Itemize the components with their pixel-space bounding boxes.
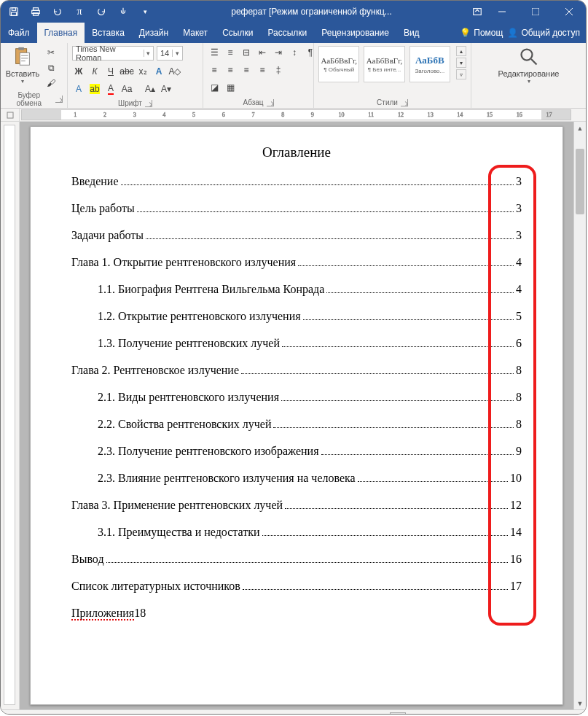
- copy-icon[interactable]: ⧉: [44, 61, 58, 74]
- redo-icon[interactable]: [95, 6, 107, 17]
- line-spacing-icon[interactable]: ‡: [272, 63, 285, 77]
- shrink-font-icon[interactable]: A▾: [160, 82, 173, 96]
- tab-home[interactable]: Главная: [37, 23, 85, 43]
- pi-icon[interactable]: π: [74, 6, 85, 17]
- styles-up-icon[interactable]: ▴: [456, 46, 466, 56]
- toc-line: 3.1. Преимущества и недостатки 14: [71, 526, 522, 539]
- qat-more-icon[interactable]: ▾: [139, 6, 151, 17]
- undo-icon[interactable]: [52, 6, 63, 17]
- maximize-button[interactable]: [519, 1, 552, 23]
- toc-dots: [358, 481, 508, 482]
- toc-text: Цель работы: [71, 202, 135, 215]
- view-read-icon[interactable]: ▭: [364, 712, 380, 715]
- document-area: Оглавление Введение 3Цель работы 3Задачи…: [1, 122, 586, 709]
- close-button[interactable]: [552, 1, 586, 23]
- toc-dots: [282, 346, 514, 347]
- styles-launcher[interactable]: [401, 99, 408, 106]
- zoom-out-icon[interactable]: −: [442, 713, 448, 715]
- toc-dots: [243, 589, 508, 590]
- spellcheck-icon[interactable]: 📖: [157, 714, 167, 715]
- text-effects-icon[interactable]: A: [152, 65, 165, 78]
- tab-file[interactable]: Файл: [1, 23, 37, 43]
- format-painter-icon[interactable]: 🖌: [44, 77, 58, 90]
- indent-dec-icon[interactable]: ⇤: [256, 46, 269, 59]
- highlight2-icon[interactable]: ab: [88, 82, 101, 96]
- touch-mode-icon[interactable]: [117, 6, 129, 17]
- toc-dots: [121, 184, 514, 185]
- view-web-icon[interactable]: ▦: [416, 712, 432, 715]
- tab-references[interactable]: Ссылки: [215, 23, 260, 43]
- font-color-icon[interactable]: A: [104, 82, 117, 96]
- toc-line: Вывод 16: [71, 553, 522, 566]
- italic-icon[interactable]: К: [88, 65, 101, 78]
- style-normal[interactable]: АаБбВвГг,¶ Обычный: [318, 46, 359, 82]
- bold-icon[interactable]: Ж: [72, 65, 85, 78]
- status-language[interactable]: русский: [177, 715, 205, 715]
- paste-button[interactable]: Вставить ▾: [5, 46, 40, 85]
- toc-text: 1.1. Биография Рентгена Вильгельма Конра…: [98, 283, 324, 296]
- toc-text: Глава 3. Применение рентгеновских лучей: [71, 499, 283, 512]
- indent-inc-icon[interactable]: ⇥: [272, 46, 285, 59]
- minimize-button[interactable]: [485, 1, 519, 23]
- style-no-spacing[interactable]: АаБбВвГг,¶ Без инте...: [364, 46, 404, 82]
- cut-icon[interactable]: ✂: [44, 46, 58, 59]
- bullets-icon[interactable]: ☰: [208, 46, 221, 59]
- tab-design[interactable]: Дизайн: [132, 23, 176, 43]
- page[interactable]: Оглавление Введение 3Цель работы 3Задачи…: [30, 126, 563, 705]
- tell-me[interactable]: 💡Помощ: [460, 28, 503, 38]
- strikethrough-icon[interactable]: abc: [120, 65, 133, 78]
- save-icon[interactable]: [8, 6, 20, 17]
- svg-line-15: [531, 59, 537, 65]
- styles-down-icon[interactable]: ▾: [456, 58, 466, 68]
- zoom-level[interactable]: 110%: [560, 715, 580, 715]
- shading-icon[interactable]: ◪: [208, 81, 221, 94]
- tab-layout[interactable]: Макет: [176, 23, 215, 43]
- svg-text:9: 9: [311, 112, 314, 119]
- font-size-combo[interactable]: 14▾: [157, 46, 183, 61]
- zoom-in-icon[interactable]: +: [544, 713, 549, 715]
- font-family-combo[interactable]: Times New Roman▾: [72, 46, 154, 61]
- status-page[interactable]: Страница 2 из 19: [7, 715, 71, 715]
- multilevel-icon[interactable]: ⊟: [240, 46, 253, 59]
- font-launcher[interactable]: [145, 100, 152, 107]
- ruler-horizontal[interactable]: 1234567891011121314151617: [21, 109, 571, 120]
- toc-page: 3: [516, 202, 522, 215]
- align-left-icon[interactable]: ≡: [208, 63, 221, 77]
- status-words[interactable]: Число слов: 2468: [82, 715, 146, 715]
- print-icon[interactable]: [30, 6, 42, 17]
- scrollbar-vertical[interactable]: ▲ ▼: [573, 122, 586, 709]
- numbering-icon[interactable]: ≡: [224, 46, 237, 59]
- paragraph-launcher[interactable]: [267, 99, 274, 106]
- ruler-corner[interactable]: [1, 109, 20, 121]
- toc-page: 5: [516, 310, 522, 323]
- scroll-down-icon[interactable]: ▼: [574, 697, 586, 709]
- svg-text:6: 6: [222, 112, 225, 119]
- ribbon-display-icon[interactable]: [472, 7, 482, 17]
- ruler-vertical[interactable]: [1, 122, 20, 709]
- clipboard-launcher[interactable]: [55, 96, 63, 103]
- change-case-icon[interactable]: Aa: [120, 82, 133, 96]
- tab-view[interactable]: Вид: [396, 23, 427, 43]
- toc-text: 2.3. Получение рентгеновского изображени…: [98, 445, 319, 458]
- tab-insert[interactable]: Вставка: [85, 23, 132, 43]
- borders-icon[interactable]: ▦: [224, 81, 237, 94]
- tab-mailings[interactable]: Рассылки: [260, 23, 314, 43]
- view-print-icon[interactable]: ▤: [390, 712, 406, 715]
- highlight-icon[interactable]: A: [72, 82, 85, 96]
- style-heading1[interactable]: АаБбВЗаголово...: [409, 46, 450, 82]
- editing-button[interactable]: Редактирование ▾: [497, 46, 561, 85]
- sort-icon[interactable]: ↕: [288, 46, 301, 59]
- share-button[interactable]: 👤Общий доступ: [507, 28, 580, 38]
- styles-more-icon[interactable]: ▿: [456, 69, 466, 79]
- scroll-up-icon[interactable]: ▲: [574, 122, 586, 134]
- toc-dots: [281, 400, 514, 401]
- justify-icon[interactable]: ≡: [256, 63, 269, 77]
- scroll-thumb[interactable]: [576, 149, 584, 214]
- sub-super-icon[interactable]: x₂: [136, 65, 149, 78]
- grow-font-icon[interactable]: A▴: [144, 82, 157, 96]
- align-center-icon[interactable]: ≡: [224, 63, 237, 77]
- underline-icon[interactable]: Ч: [104, 65, 117, 78]
- clear-format-icon[interactable]: A◇: [168, 65, 181, 78]
- tab-review[interactable]: Рецензирование: [314, 23, 396, 43]
- align-right-icon[interactable]: ≡: [240, 63, 253, 77]
